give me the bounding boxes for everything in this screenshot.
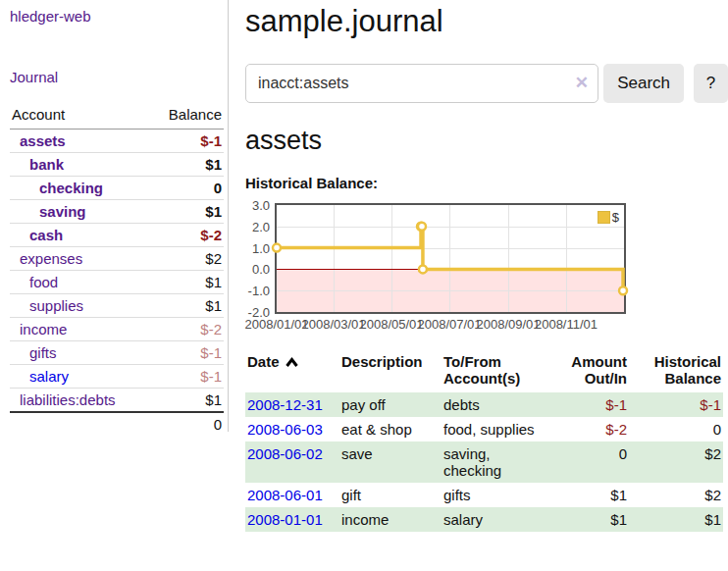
accounts-header-row: Account Balance bbox=[10, 102, 224, 130]
help-button[interactable]: ? bbox=[694, 64, 728, 103]
search-form: ✕ Search ? bbox=[245, 64, 728, 103]
y-tick-label: -1.0 bbox=[248, 284, 270, 298]
account-link-liabilities-debts[interactable]: liabilities:debts bbox=[20, 391, 116, 408]
chart-plot-area: $ bbox=[275, 203, 626, 314]
account-balance: $-2 bbox=[149, 224, 224, 247]
transaction-description: save bbox=[339, 441, 442, 483]
account-row: bank $1 bbox=[10, 153, 224, 177]
historical-balance-chart: 3.02.01.00.0-1.0-2.0 $ bbox=[245, 203, 728, 314]
account-link-food[interactable]: food bbox=[29, 274, 58, 290]
account-link-salary[interactable]: salary bbox=[29, 368, 69, 385]
transaction-accounts: saving, checking bbox=[442, 441, 569, 483]
account-row: expenses $2 bbox=[10, 247, 224, 271]
transaction-description: income bbox=[339, 507, 442, 532]
accounts-table: Account Balance assets $-1 bank $1 check… bbox=[10, 102, 224, 436]
transaction-date-link[interactable]: 2008-06-03 bbox=[247, 421, 323, 438]
chart-legend: $ bbox=[598, 210, 619, 225]
x-tick-label: 2008/07/01 bbox=[417, 317, 481, 332]
account-row: gifts $-1 bbox=[10, 341, 224, 365]
sidebar-divider bbox=[228, 0, 229, 432]
account-link-assets[interactable]: assets bbox=[20, 132, 66, 149]
transaction-description: gift bbox=[339, 483, 442, 507]
transaction-accounts: salary bbox=[442, 507, 569, 532]
transaction-accounts: food, supplies bbox=[442, 417, 569, 441]
main-content: sample.journal ✕ Search ? assets Histori… bbox=[245, 0, 728, 532]
x-tick-label: 2008/11/01 bbox=[535, 317, 598, 332]
account-balance: $-1 bbox=[149, 130, 224, 153]
search-button[interactable]: Search bbox=[603, 64, 684, 103]
account-column-header: Account bbox=[10, 102, 149, 130]
account-balance: $1 bbox=[149, 389, 224, 413]
accounts-total-row: 0 bbox=[10, 412, 224, 436]
data-point-marker bbox=[273, 244, 281, 252]
account-link-saving[interactable]: saving bbox=[39, 203, 86, 220]
account-balance: $-1 bbox=[149, 365, 224, 389]
transaction-balance: $2 bbox=[629, 483, 723, 507]
account-balance: $1 bbox=[149, 271, 224, 294]
x-tick-label: 2008/01/01 bbox=[244, 317, 308, 332]
data-point-marker bbox=[418, 223, 426, 231]
account-balance: $1 bbox=[149, 200, 224, 224]
app-title-link[interactable]: hledger-web bbox=[10, 8, 91, 25]
transaction-balance: $-1 bbox=[629, 392, 723, 417]
transaction-date-link[interactable]: 2008-06-02 bbox=[247, 445, 323, 462]
account-balance: $-2 bbox=[149, 318, 224, 341]
description-column-header: Description bbox=[339, 351, 442, 392]
account-link-cash[interactable]: cash bbox=[29, 227, 63, 243]
balance-column-header: Balance bbox=[149, 102, 224, 130]
date-column-header: Date bbox=[245, 351, 339, 392]
search-input[interactable] bbox=[245, 64, 598, 103]
transaction-date-link[interactable]: 2008-06-01 bbox=[247, 487, 323, 503]
account-link-bank[interactable]: bank bbox=[29, 156, 64, 173]
register-table: Date Description To/From Account(s) Amou… bbox=[245, 351, 723, 532]
transaction-amount: $-2 bbox=[569, 417, 629, 441]
balance-step-line bbox=[277, 205, 624, 312]
account-balance: $1 bbox=[149, 153, 224, 177]
transaction-accounts: gifts bbox=[442, 483, 569, 507]
transaction-amount: $-1 bbox=[569, 392, 629, 417]
transaction-balance: 0 bbox=[629, 417, 723, 441]
data-point-marker bbox=[419, 265, 427, 273]
clear-search-icon[interactable]: ✕ bbox=[575, 73, 589, 93]
date-header-label: Date bbox=[247, 353, 280, 370]
account-balance: $1 bbox=[149, 294, 224, 318]
account-balance: $-1 bbox=[149, 341, 224, 365]
accounts-column-header: To/From Account(s) bbox=[442, 351, 569, 392]
account-row: assets $-1 bbox=[10, 130, 224, 153]
account-link-gifts[interactable]: gifts bbox=[29, 344, 57, 361]
account-link-income[interactable]: income bbox=[20, 321, 67, 337]
y-tick-label: 2.0 bbox=[252, 220, 270, 234]
account-heading: assets bbox=[245, 126, 728, 156]
y-tick-label: 1.0 bbox=[252, 241, 270, 256]
transaction-date-link[interactable]: 2008-12-31 bbox=[247, 396, 323, 413]
accounts-total-balance: 0 bbox=[149, 412, 224, 436]
sort-ascending-icon bbox=[286, 357, 298, 368]
balance-column-header: Historical Balance bbox=[629, 351, 723, 392]
account-row: saving $1 bbox=[10, 200, 224, 224]
data-point-marker bbox=[619, 286, 627, 294]
transaction-row: 2008-06-03 eat & shop food, supplies $-2… bbox=[245, 417, 723, 441]
account-row: liabilities:debts $1 bbox=[10, 389, 224, 413]
account-row: income $-2 bbox=[10, 318, 224, 341]
page-title: sample.journal bbox=[245, 4, 728, 39]
transaction-row: 2008-06-01 gift gifts $1 $2 bbox=[245, 483, 723, 507]
register-header-row: Date Description To/From Account(s) Amou… bbox=[245, 351, 723, 392]
y-tick-label: 0.0 bbox=[252, 262, 270, 277]
account-row: salary $-1 bbox=[10, 365, 224, 389]
account-link-checking[interactable]: checking bbox=[39, 180, 103, 196]
account-row: supplies $1 bbox=[10, 294, 224, 318]
account-link-supplies[interactable]: supplies bbox=[29, 297, 83, 314]
transaction-amount: $1 bbox=[569, 483, 629, 507]
transaction-description: eat & shop bbox=[339, 417, 442, 441]
sidebar-item-journal[interactable]: Journal bbox=[10, 69, 58, 85]
account-row: food $1 bbox=[10, 271, 224, 294]
transaction-row: 2008-01-01 income salary $1 $1 bbox=[245, 507, 723, 532]
transaction-date-link[interactable]: 2008-01-01 bbox=[247, 511, 323, 528]
x-tick-label: 2008/05/01 bbox=[359, 317, 423, 332]
transaction-row: 2008-12-31 pay off debts $-1 $-1 bbox=[245, 392, 723, 417]
x-tick-label: 2008/03/01 bbox=[301, 317, 365, 332]
transaction-row: 2008-06-02 save saving, checking 0 $2 bbox=[245, 441, 723, 483]
transaction-balance: $2 bbox=[629, 441, 723, 483]
account-link-expenses[interactable]: expenses bbox=[20, 250, 82, 267]
y-tick-label: 3.0 bbox=[252, 198, 270, 213]
